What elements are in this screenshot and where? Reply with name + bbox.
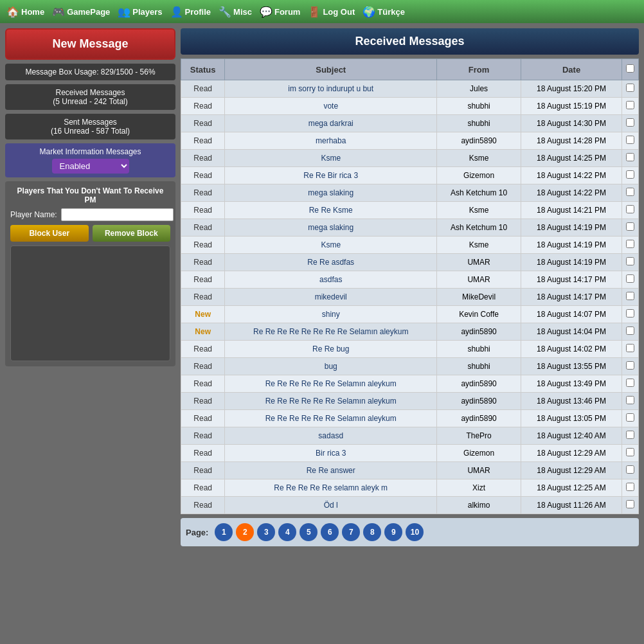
- subject-cell[interactable]: Re Re asdfas: [225, 254, 437, 271]
- row-checkbox-cell[interactable]: [622, 98, 639, 115]
- subject-cell[interactable]: Re Re Re Re Re selamn aleyk m: [225, 479, 437, 497]
- subject-cell[interactable]: Re Re Re Re Re Re Selamın aleykum: [225, 375, 437, 393]
- row-checkbox[interactable]: [626, 309, 634, 318]
- table-row[interactable]: Read sadasd ThePro 18 August 12:40 AM: [181, 427, 639, 445]
- row-checkbox[interactable]: [626, 136, 634, 144]
- subject-cell[interactable]: mega slaking: [225, 184, 437, 202]
- row-checkbox-cell[interactable]: [622, 358, 639, 375]
- market-info-select[interactable]: Enabled Disabled: [52, 159, 129, 174]
- subject-cell[interactable]: im sorry to indurupt u but: [225, 80, 437, 98]
- player-name-input[interactable]: [61, 208, 174, 221]
- table-row[interactable]: Read Re Re Ksme Ksme 18 August 14:21 PM: [181, 202, 639, 219]
- remove-block-button[interactable]: Remove Block: [93, 225, 171, 242]
- row-checkbox-cell[interactable]: [622, 150, 639, 167]
- table-row[interactable]: Read Öd l alkimo 18 August 11:26 AM: [181, 497, 639, 514]
- table-row[interactable]: Read Bir rica 3 Gizemon 18 August 12:29 …: [181, 445, 639, 462]
- page-button-3[interactable]: 3: [257, 523, 275, 541]
- row-checkbox-cell[interactable]: [622, 323, 639, 341]
- subject-cell[interactable]: mikedevil: [225, 289, 437, 306]
- row-checkbox-cell[interactable]: [622, 80, 639, 98]
- row-checkbox[interactable]: [626, 257, 634, 265]
- subject-cell[interactable]: mega darkrai: [225, 115, 437, 132]
- row-checkbox-cell[interactable]: [622, 375, 639, 393]
- table-row[interactable]: Read Ksme Ksme 18 August 14:19 PM: [181, 237, 639, 254]
- page-button-10[interactable]: 10: [406, 523, 424, 541]
- select-all-checkbox[interactable]: [626, 64, 634, 73]
- row-checkbox[interactable]: [626, 153, 634, 161]
- row-checkbox[interactable]: [626, 344, 634, 352]
- table-row[interactable]: Read Ksme Ksme 18 August 14:25 PM: [181, 150, 639, 167]
- row-checkbox-cell[interactable]: [622, 184, 639, 202]
- row-checkbox-cell[interactable]: [622, 219, 639, 237]
- subject-cell[interactable]: Re Re Re Re Re Re Re Re Selamın aleykum: [225, 323, 437, 341]
- row-checkbox[interactable]: [626, 326, 634, 335]
- subject-cell[interactable]: Re Re answer: [225, 462, 437, 479]
- row-checkbox[interactable]: [626, 500, 634, 508]
- row-checkbox-cell[interactable]: [622, 393, 639, 410]
- row-checkbox-cell[interactable]: [622, 254, 639, 271]
- page-button-4[interactable]: 4: [278, 523, 296, 541]
- table-row[interactable]: New Re Re Re Re Re Re Re Re Selamın aley…: [181, 323, 639, 341]
- sent-messages-box[interactable]: Sent Messages (16 Unread - 587 Total): [5, 114, 175, 139]
- received-messages-box[interactable]: Received Messages (5 Unread - 242 Total): [5, 84, 175, 110]
- subject-cell[interactable]: Ksme: [225, 237, 437, 254]
- row-checkbox[interactable]: [626, 431, 634, 439]
- table-row[interactable]: Read vote shubhi 18 August 15:19 PM: [181, 98, 639, 115]
- row-checkbox-cell[interactable]: [622, 115, 639, 132]
- table-row[interactable]: New shiny Kevin Coffe 18 August 14:07 PM: [181, 306, 639, 323]
- row-checkbox[interactable]: [626, 361, 634, 370]
- subject-cell[interactable]: Bir rica 3: [225, 445, 437, 462]
- subject-cell[interactable]: Re Re Re Re Re Re Selamın aleykum: [225, 410, 437, 427]
- subject-cell[interactable]: Öd l: [225, 497, 437, 514]
- row-checkbox-cell[interactable]: [622, 479, 639, 497]
- row-checkbox-cell[interactable]: [622, 167, 639, 184]
- subject-cell[interactable]: Re Re Ksme: [225, 202, 437, 219]
- table-row[interactable]: Read Re Re Re Re Re Re Selamın aleykum a…: [181, 410, 639, 427]
- table-row[interactable]: Read Re Re Re Re Re Re Selamın aleykum a…: [181, 393, 639, 410]
- row-checkbox-cell[interactable]: [622, 427, 639, 445]
- subject-cell[interactable]: shiny: [225, 306, 437, 323]
- row-checkbox[interactable]: [626, 413, 634, 422]
- row-checkbox[interactable]: [626, 292, 634, 300]
- table-row[interactable]: Read mega slaking Ash Ketchum 10 18 Augu…: [181, 184, 639, 202]
- table-row[interactable]: Read asdfas UMAR 18 August 14:17 PM: [181, 271, 639, 289]
- row-checkbox[interactable]: [626, 205, 634, 213]
- blocked-list[interactable]: [10, 246, 170, 361]
- nav-language[interactable]: 🌍 Türkçe: [359, 6, 409, 18]
- subject-cell[interactable]: vote: [225, 98, 437, 115]
- row-checkbox[interactable]: [626, 448, 634, 456]
- row-checkbox[interactable]: [626, 240, 634, 248]
- page-button-6[interactable]: 6: [321, 523, 339, 541]
- nav-forum[interactable]: 💬 Forum: [256, 6, 304, 18]
- subject-cell[interactable]: bug: [225, 358, 437, 375]
- subject-cell[interactable]: merhaba: [225, 132, 437, 150]
- table-row[interactable]: Read mega slaking Ash Ketchum 10 18 Augu…: [181, 219, 639, 237]
- table-row[interactable]: Read im sorry to indurupt u but Jules 18…: [181, 80, 639, 98]
- row-checkbox-cell[interactable]: [622, 289, 639, 306]
- table-row[interactable]: Read Re Re asdfas UMAR 18 August 14:19 P…: [181, 254, 639, 271]
- table-row[interactable]: Read Re Re bug shubhi 18 August 14:02 PM: [181, 341, 639, 358]
- row-checkbox[interactable]: [626, 465, 634, 474]
- table-row[interactable]: Read Re Re answer UMAR 18 August 12:29 A…: [181, 462, 639, 479]
- subject-cell[interactable]: sadasd: [225, 427, 437, 445]
- row-checkbox-cell[interactable]: [622, 237, 639, 254]
- subject-cell[interactable]: mega slaking: [225, 219, 437, 237]
- row-checkbox[interactable]: [626, 188, 634, 196]
- page-button-7[interactable]: 7: [342, 523, 360, 541]
- block-user-button[interactable]: Block User: [10, 225, 89, 242]
- row-checkbox-cell[interactable]: [622, 497, 639, 514]
- page-button-1[interactable]: 1: [215, 523, 233, 541]
- row-checkbox[interactable]: [626, 396, 634, 404]
- subject-cell[interactable]: Re Re Re Re Re Re Selamın aleykum: [225, 393, 437, 410]
- nav-profile[interactable]: 👤 Profile: [166, 6, 215, 18]
- row-checkbox-cell[interactable]: [622, 132, 639, 150]
- row-checkbox[interactable]: [626, 379, 634, 387]
- subject-cell[interactable]: asdfas: [225, 271, 437, 289]
- table-row[interactable]: Read mega darkrai shubhi 18 August 14:30…: [181, 115, 639, 132]
- row-checkbox-cell[interactable]: [622, 410, 639, 427]
- page-button-9[interactable]: 9: [384, 523, 402, 541]
- row-checkbox-cell[interactable]: [622, 462, 639, 479]
- subject-cell[interactable]: Re Re bug: [225, 341, 437, 358]
- nav-home[interactable]: 🏠 Home: [3, 6, 48, 18]
- row-checkbox-cell[interactable]: [622, 271, 639, 289]
